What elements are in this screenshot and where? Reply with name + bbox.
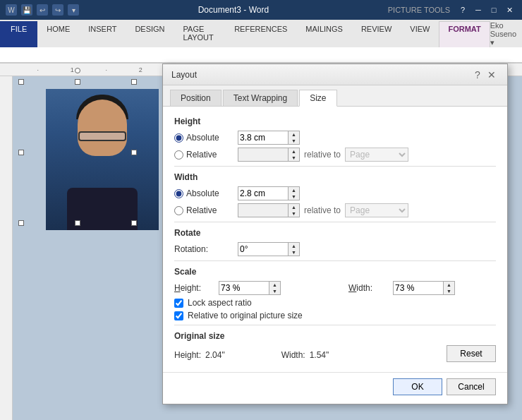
width-relative-radio[interactable] [174, 206, 183, 215]
redo-icon[interactable]: ↪ [52, 4, 63, 16]
handle-tr[interactable] [131, 79, 137, 85]
tab-design[interactable]: DESIGN [126, 21, 174, 47]
help-button[interactable]: ? [456, 4, 470, 16]
scale-height-spin-up[interactable]: ▲ [269, 282, 280, 288]
height-relative-spin-up[interactable]: ▲ [289, 148, 299, 155]
height-relative-spinner[interactable]: ▲ ▼ [289, 148, 300, 162]
tab-home[interactable]: HOME [37, 21, 79, 47]
relative-to-original-checkbox[interactable] [174, 311, 183, 320]
tab-insert[interactable]: INSERT [79, 21, 126, 47]
height-absolute-spinner[interactable]: ▲ ▼ [289, 131, 300, 145]
handle-mr[interactable] [131, 150, 137, 155]
tab-text-wrapping[interactable]: Text Wrapping [223, 90, 298, 106]
lock-aspect-label[interactable]: Lock aspect ratio [188, 298, 252, 308]
width-relative-spinner[interactable]: ▲ ▼ [289, 203, 300, 217]
width-absolute-radio[interactable] [174, 189, 183, 198]
width-divider [174, 222, 496, 222]
orig-width-value: 1.54" [310, 350, 329, 360]
tab-mailings[interactable]: MAILINGS [296, 21, 352, 47]
height-relative-label[interactable]: Relative [174, 150, 238, 160]
height-relative-input-group: ▲ ▼ [238, 148, 300, 162]
scale-width-spin-up[interactable]: ▲ [444, 282, 454, 288]
original-size-header: Original size [174, 331, 496, 341]
height-absolute-radio[interactable] [174, 133, 183, 143]
height-relative-spin-down[interactable]: ▼ [289, 155, 299, 161]
rotation-label: Rotation: [174, 244, 238, 254]
height-relative-to-select[interactable]: Page [345, 148, 408, 162]
scale-width-spin-down[interactable]: ▼ [444, 288, 454, 294]
scale-section-header: Scale [174, 267, 496, 277]
close-button[interactable]: ✕ [502, 4, 516, 16]
height-absolute-spin-up[interactable]: ▲ [289, 131, 299, 138]
ok-button[interactable]: OK [393, 378, 442, 395]
height-absolute-input[interactable] [238, 131, 289, 145]
orig-values: Height: 2.04" Width: 1.54" [174, 350, 329, 360]
handle-br[interactable] [131, 220, 137, 226]
height-relative-radio[interactable] [174, 150, 183, 160]
tab-size[interactable]: Size [299, 90, 336, 107]
handle-tl[interactable] [18, 79, 24, 85]
width-section-header: Width [174, 172, 496, 182]
dialog-footer: OK Cancel [163, 372, 507, 404]
width-relative-input[interactable] [238, 203, 289, 217]
width-relative-spin-up[interactable]: ▲ [289, 204, 299, 210]
tab-review[interactable]: REVIEW [352, 21, 401, 47]
height-section-header: Height [174, 116, 496, 126]
height-absolute-spin-down[interactable]: ▼ [289, 138, 299, 144]
title-bar: W 💾 ↩ ↪ ▾ Document3 - Word PICTURE TOOLS… [0, 0, 522, 20]
tab-view[interactable]: VIEW [401, 21, 439, 47]
app-title: Document3 - Word [79, 5, 388, 15]
user-label[interactable]: Eko Suseno ▾ [490, 21, 516, 47]
relative-to-original-row: Relative to original picture size [174, 311, 496, 320]
width-absolute-spin-up[interactable]: ▲ [289, 187, 299, 193]
scale-width-input[interactable] [393, 281, 444, 295]
tab-file[interactable]: FILE [0, 21, 37, 47]
save-icon[interactable]: 💾 [21, 4, 32, 16]
tab-page-layout[interactable]: PAGE LAYOUT [174, 21, 226, 47]
lock-aspect-checkbox[interactable] [174, 299, 183, 308]
dropdown-icon[interactable]: ▾ [68, 4, 79, 16]
handle-bl[interactable] [18, 220, 24, 226]
ribbon-tabs: FILE HOME INSERT DESIGN PAGE LAYOUT REFE… [0, 20, 522, 47]
orig-width-label: Width: [281, 350, 305, 360]
document-photo [46, 89, 159, 230]
width-relative-to-select[interactable]: Page [345, 203, 408, 217]
height-absolute-label[interactable]: Absolute [174, 133, 238, 143]
height-divider [174, 166, 496, 167]
reset-button[interactable]: Reset [447, 345, 496, 362]
relative-to-original-label[interactable]: Relative to original picture size [188, 311, 303, 320]
width-page-select-group: Page [345, 203, 408, 217]
cancel-button[interactable]: Cancel [447, 378, 496, 395]
dialog-title-bar: Layout ? ✕ [163, 64, 507, 85]
rotation-spinner[interactable]: ▲ ▼ [289, 242, 300, 256]
tab-position[interactable]: Position [170, 90, 221, 106]
maximize-button[interactable]: □ [487, 4, 501, 16]
scale-height-spinner[interactable]: ▲ ▼ [269, 281, 281, 295]
rotation-spin-down[interactable]: ▼ [289, 249, 299, 256]
minimize-button[interactable]: ─ [471, 4, 485, 16]
scale-width-spinner[interactable]: ▲ ▼ [444, 281, 455, 295]
scale-height-spin-down[interactable]: ▼ [269, 288, 280, 294]
scale-height-input[interactable] [219, 281, 269, 295]
handle-bc[interactable] [75, 220, 80, 226]
rotation-spin-up[interactable]: ▲ [289, 243, 299, 249]
tab-references[interactable]: REFERENCES [225, 21, 296, 47]
undo-icon[interactable]: ↩ [37, 4, 48, 16]
rotate-divider [174, 260, 496, 261]
dialog-help-button[interactable]: ? [471, 68, 485, 82]
dialog-close-button[interactable]: ✕ [485, 68, 499, 82]
rotation-input[interactable] [238, 242, 289, 256]
width-absolute-label[interactable]: Absolute [174, 188, 238, 198]
dialog-body: Height Absolute ▲ ▼ Relative [163, 107, 507, 372]
width-absolute-spinner[interactable]: ▲ ▼ [289, 186, 300, 200]
width-absolute-spin-down[interactable]: ▼ [289, 193, 299, 200]
width-relative-label[interactable]: Relative [174, 205, 238, 215]
handle-tc[interactable] [75, 79, 80, 85]
rotate-handle[interactable] [75, 68, 80, 73]
tab-format[interactable]: FORMAT [439, 21, 490, 47]
width-absolute-input[interactable] [238, 186, 289, 200]
rotate-row: Rotation: ▲ ▼ [174, 242, 496, 256]
width-relative-spin-down[interactable]: ▼ [289, 210, 299, 217]
handle-ml[interactable] [18, 150, 24, 155]
height-relative-input[interactable] [238, 148, 289, 162]
